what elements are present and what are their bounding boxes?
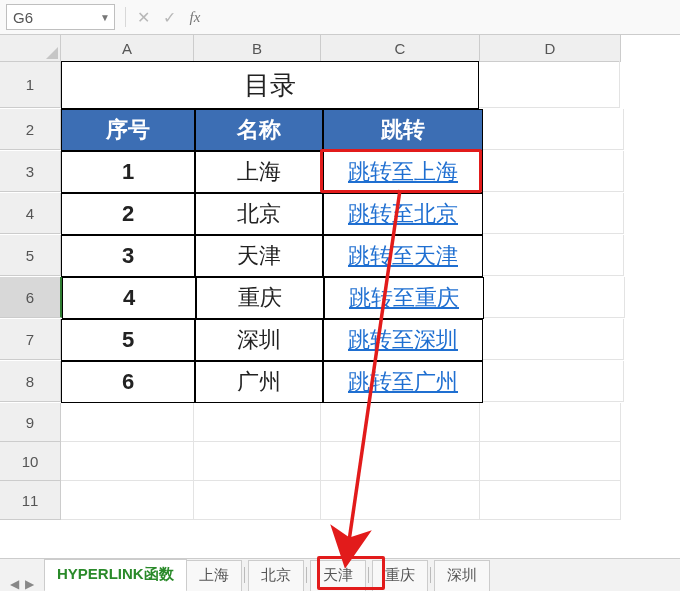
table-cell-seq[interactable]: 3	[61, 235, 195, 277]
row-header-11[interactable]: 11	[0, 481, 61, 520]
cell-D8[interactable]	[483, 361, 624, 402]
hyperlink[interactable]: 跳转至广州	[348, 367, 458, 397]
sheet-tab-shanghai[interactable]: 上海	[186, 560, 242, 591]
tab-separator	[430, 567, 431, 583]
col-header-A[interactable]: A	[61, 35, 194, 62]
table-cell-jump[interactable]: 跳转至北京	[323, 193, 483, 235]
tab-separator	[368, 567, 369, 583]
tab-nav-next-icon[interactable]: ▶	[25, 577, 34, 591]
cell-D5[interactable]	[483, 235, 624, 276]
cell-A9[interactable]	[61, 403, 194, 442]
sheet-tab-shenzhen[interactable]: 深圳	[434, 560, 490, 591]
table-cell-jump[interactable]: 跳转至天津	[323, 235, 483, 277]
cell-D4[interactable]	[483, 193, 624, 234]
table-title[interactable]: 目录	[61, 61, 479, 109]
sheet-tab-beijing[interactable]: 北京	[248, 560, 304, 591]
cell-D6[interactable]	[484, 277, 625, 318]
table-cell-seq[interactable]: 1	[61, 151, 195, 193]
table-cell-name[interactable]: 北京	[195, 193, 323, 235]
cell-D2[interactable]	[483, 109, 624, 150]
cell-A11[interactable]	[61, 481, 194, 520]
header-jump[interactable]: 跳转	[323, 109, 483, 151]
name-box-dropdown-icon[interactable]: ▼	[100, 5, 110, 29]
table-cell-name[interactable]: 天津	[195, 235, 323, 277]
fx-icon[interactable]: fx	[182, 5, 208, 29]
sheet-tab-hyperlink[interactable]: HYPERLINK函数	[44, 559, 187, 591]
spreadsheet-grid: A B C D 1 目录 2 序号 名称 跳转 3 1 上海 跳转至上海 4 2…	[0, 35, 680, 520]
sheet-tab-chongqing[interactable]: 重庆	[372, 560, 428, 591]
table-cell-seq[interactable]: 5	[61, 319, 195, 361]
sheet-tab-tianjin[interactable]: 天津	[310, 560, 366, 591]
cell-B11[interactable]	[194, 481, 321, 520]
table-cell-jump[interactable]: 跳转至上海	[323, 151, 483, 193]
table-cell-name[interactable]: 广州	[195, 361, 323, 403]
formula-bar: G6 ▼ ✕ ✓ fx	[0, 0, 680, 35]
hyperlink[interactable]: 跳转至天津	[348, 241, 458, 271]
table-cell-name[interactable]: 上海	[195, 151, 323, 193]
cell-C11[interactable]	[321, 481, 480, 520]
cell-B10[interactable]	[194, 442, 321, 481]
header-name[interactable]: 名称	[195, 109, 323, 151]
table-cell-jump[interactable]: 跳转至深圳	[323, 319, 483, 361]
row-header-2[interactable]: 2	[0, 109, 61, 150]
cell-D7[interactable]	[483, 319, 624, 360]
name-box[interactable]: G6 ▼	[6, 4, 115, 30]
table-cell-jump[interactable]: 跳转至重庆	[324, 277, 484, 319]
col-header-B[interactable]: B	[194, 35, 321, 62]
hyperlink[interactable]: 跳转至北京	[348, 199, 458, 229]
table-cell-name[interactable]: 重庆	[196, 277, 324, 319]
hyperlink[interactable]: 跳转至上海	[348, 157, 458, 187]
cell-D11[interactable]	[480, 481, 621, 520]
formula-input[interactable]	[208, 5, 680, 29]
hyperlink[interactable]: 跳转至深圳	[348, 325, 458, 355]
row-header-3[interactable]: 3	[0, 151, 61, 192]
col-header-D[interactable]: D	[480, 35, 621, 62]
row-header-6[interactable]: 6	[0, 277, 62, 318]
tab-separator	[244, 567, 245, 583]
cell-B9[interactable]	[194, 403, 321, 442]
row-header-5[interactable]: 5	[0, 235, 61, 276]
svg-marker-0	[46, 47, 58, 59]
table-cell-seq[interactable]: 4	[62, 277, 196, 319]
cancel-icon[interactable]: ✕	[130, 5, 156, 29]
cell-C9[interactable]	[321, 403, 480, 442]
select-all-corner[interactable]	[0, 35, 61, 62]
cell-D9[interactable]	[480, 403, 621, 442]
row-header-9[interactable]: 9	[0, 403, 61, 442]
tab-nav-buttons[interactable]: ◀ ▶	[0, 577, 44, 591]
col-header-C[interactable]: C	[321, 35, 480, 62]
active-cell-ref: G6	[13, 9, 33, 26]
row-header-10[interactable]: 10	[0, 442, 61, 481]
cell-D3[interactable]	[483, 151, 624, 192]
row-header-1[interactable]: 1	[0, 61, 61, 108]
table-cell-jump[interactable]: 跳转至广州	[323, 361, 483, 403]
cell-C10[interactable]	[321, 442, 480, 481]
row-header-4[interactable]: 4	[0, 193, 61, 234]
sheet-tab-strip: ◀ ▶ HYPERLINK函数 上海 北京 天津 重庆 深圳	[0, 558, 680, 591]
separator	[125, 7, 126, 27]
header-seq[interactable]: 序号	[61, 109, 195, 151]
tab-separator	[306, 567, 307, 583]
confirm-icon[interactable]: ✓	[156, 5, 182, 29]
cell-D10[interactable]	[480, 442, 621, 481]
row-header-8[interactable]: 8	[0, 361, 61, 402]
cell-D1[interactable]	[479, 61, 620, 108]
table-cell-seq[interactable]: 6	[61, 361, 195, 403]
cell-A10[interactable]	[61, 442, 194, 481]
hyperlink[interactable]: 跳转至重庆	[349, 283, 459, 313]
row-header-7[interactable]: 7	[0, 319, 61, 360]
tab-nav-prev-icon[interactable]: ◀	[10, 577, 19, 591]
table-cell-seq[interactable]: 2	[61, 193, 195, 235]
table-cell-name[interactable]: 深圳	[195, 319, 323, 361]
